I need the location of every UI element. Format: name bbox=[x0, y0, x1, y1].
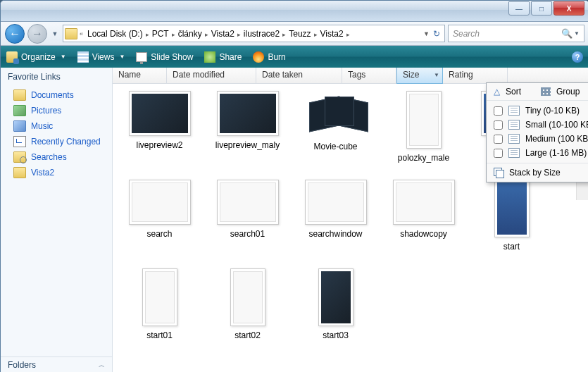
file-item[interactable]: shadowcopy bbox=[380, 180, 468, 252]
slideshow-button[interactable]: Slide Show bbox=[136, 52, 193, 62]
file-label: polozky_male bbox=[398, 153, 449, 163]
filter-checkbox[interactable] bbox=[494, 149, 503, 158]
breadcrumb-segment[interactable]: články bbox=[176, 29, 204, 39]
breadcrumb-overflow[interactable]: « bbox=[79, 30, 84, 37]
filter-checkbox[interactable] bbox=[494, 120, 503, 130]
filter-label: Large (1-16 MB) bbox=[525, 148, 587, 158]
file-item[interactable]: Movie-cube bbox=[292, 91, 380, 163]
sidebar-item-label: Vista2 bbox=[31, 168, 54, 178]
stack-icon bbox=[494, 168, 503, 178]
breadcrumb-segment[interactable]: Vista2 bbox=[209, 29, 237, 39]
column-name[interactable]: Name bbox=[113, 68, 167, 83]
file-size-icon bbox=[508, 120, 520, 130]
music-icon bbox=[13, 120, 26, 132]
filter-label: Tiny (0-10 KB) bbox=[525, 106, 580, 116]
column-date-modified[interactable]: Date modified bbox=[167, 68, 256, 83]
sidebar-item-pictures[interactable]: Pictures bbox=[1, 103, 112, 118]
sidebar-item-searches[interactable]: Searches bbox=[1, 149, 112, 165]
stack-by-size[interactable]: Stack by Size bbox=[509, 168, 561, 178]
sidebar-header: Favorite Links bbox=[1, 68, 112, 86]
size-filter-option[interactable]: Tiny (0-10 KB) bbox=[487, 104, 588, 118]
thumbnail bbox=[230, 268, 265, 326]
breadcrumb-segment[interactable]: Local Disk (D:) bbox=[85, 29, 145, 39]
breadcrumb-segment[interactable]: Teuzz bbox=[287, 29, 313, 39]
address-dropdown[interactable]: ▼ bbox=[423, 30, 430, 37]
search-input[interactable]: Search 🔍 ▼ bbox=[448, 25, 584, 42]
file-item[interactable]: start03 bbox=[292, 268, 380, 340]
search-icon[interactable]: 🔍 bbox=[561, 28, 573, 39]
filter-checkbox[interactable] bbox=[494, 135, 503, 144]
breadcrumb-chevron-icon[interactable]: ▸ bbox=[346, 31, 351, 38]
sidebar-item-documents[interactable]: Documents bbox=[1, 87, 112, 103]
folders-pane-toggle[interactable]: Folders ︿ bbox=[1, 356, 112, 372]
help-button[interactable]: ? bbox=[572, 51, 583, 63]
file-label: start01 bbox=[146, 330, 173, 340]
breadcrumb-chevron-icon[interactable]: ▸ bbox=[171, 31, 176, 38]
sidebar-item-music[interactable]: Music bbox=[1, 118, 112, 134]
column-rating[interactable]: Rating bbox=[443, 68, 508, 83]
share-button[interactable]: Share bbox=[204, 51, 242, 63]
back-button[interactable]: ← bbox=[5, 24, 25, 44]
sidebar-item-label: Music bbox=[31, 121, 53, 131]
folder-icon bbox=[13, 167, 26, 178]
slideshow-icon bbox=[136, 52, 147, 62]
size-filter-option[interactable]: Medium (100 KB - 1 ... bbox=[487, 132, 588, 146]
column-size[interactable]: Size▼ bbox=[396, 68, 443, 84]
size-filter-option[interactable]: Large (1-16 MB) bbox=[487, 146, 588, 160]
file-item[interactable]: start01 bbox=[115, 268, 204, 340]
thumbnail bbox=[217, 91, 279, 136]
search-icon bbox=[13, 151, 26, 163]
thumbnail bbox=[393, 180, 455, 225]
file-item[interactable]: search bbox=[115, 180, 204, 252]
burn-icon bbox=[253, 51, 264, 63]
column-tags[interactable]: Tags bbox=[342, 68, 396, 83]
file-item[interactable]: search01 bbox=[204, 180, 292, 252]
recent-icon bbox=[13, 136, 26, 147]
chevron-down-icon: ▼ bbox=[434, 72, 439, 78]
organize-icon bbox=[6, 51, 18, 63]
breadcrumb-chevron-icon[interactable]: ▸ bbox=[204, 31, 209, 38]
file-item[interactable]: polozky_male bbox=[380, 91, 468, 163]
titlebar: — □ X bbox=[1, 1, 588, 22]
sidebar: Favorite Links DocumentsPicturesMusicRec… bbox=[1, 68, 113, 372]
refresh-button[interactable]: ↻ bbox=[433, 29, 440, 39]
minimize-button[interactable]: — bbox=[508, 1, 530, 16]
views-menu[interactable]: Views▼ bbox=[77, 51, 125, 63]
breadcrumb-segment[interactable]: PCT bbox=[150, 29, 171, 39]
content-pane: NameDate modifiedDate takenTagsSize▼Rati… bbox=[113, 68, 588, 372]
group-option[interactable]: Group bbox=[556, 87, 580, 97]
thumbnail bbox=[217, 180, 279, 225]
address-bar[interactable]: « Local Disk (D:)▸PCT▸články▸Vista2▸ilus… bbox=[63, 25, 445, 42]
chevron-up-icon: ︿ bbox=[99, 361, 105, 370]
breadcrumb-chevron-icon[interactable]: ▸ bbox=[145, 31, 150, 38]
sidebar-item-recently-changed[interactable]: Recently Changed bbox=[1, 134, 112, 149]
sort-option[interactable]: Sort bbox=[506, 87, 521, 97]
sidebar-item-vista2[interactable]: Vista2 bbox=[1, 165, 112, 180]
filter-checkbox[interactable] bbox=[494, 106, 503, 116]
filter-label: Medium (100 KB - 1 ... bbox=[525, 134, 588, 144]
sidebar-item-label: Recently Changed bbox=[31, 137, 101, 147]
file-item[interactable]: start02 bbox=[204, 268, 292, 340]
file-size-icon bbox=[508, 134, 520, 144]
size-filter-option[interactable]: Small (10-100 KB) bbox=[487, 118, 588, 132]
thumbnail bbox=[318, 268, 354, 326]
nav-history-dropdown[interactable]: ▼ bbox=[50, 27, 60, 41]
organize-menu[interactable]: Organize▼ bbox=[6, 51, 66, 63]
column-date-taken[interactable]: Date taken bbox=[256, 68, 342, 83]
file-label: start bbox=[503, 242, 520, 252]
file-item[interactable]: livepreview_maly bbox=[204, 91, 292, 163]
breadcrumb-chevron-icon[interactable]: ▸ bbox=[313, 31, 318, 38]
file-item[interactable]: livepreview2 bbox=[115, 91, 204, 163]
maximize-button[interactable]: □ bbox=[531, 1, 552, 16]
breadcrumb-segment[interactable]: ilustrace2 bbox=[242, 29, 282, 39]
breadcrumb-chevron-icon[interactable]: ▸ bbox=[237, 31, 242, 38]
file-item[interactable]: searchwindow bbox=[292, 180, 380, 252]
close-button[interactable]: X bbox=[553, 1, 584, 16]
burn-button[interactable]: Burn bbox=[253, 51, 285, 63]
file-label: start03 bbox=[323, 330, 349, 340]
forward-button[interactable]: → bbox=[27, 24, 47, 44]
sidebar-item-label: Documents bbox=[31, 90, 74, 100]
search-dropdown[interactable]: ▼ bbox=[574, 30, 580, 37]
file-item[interactable]: start bbox=[468, 180, 556, 252]
breadcrumb-segment[interactable]: Vista2 bbox=[318, 29, 346, 39]
